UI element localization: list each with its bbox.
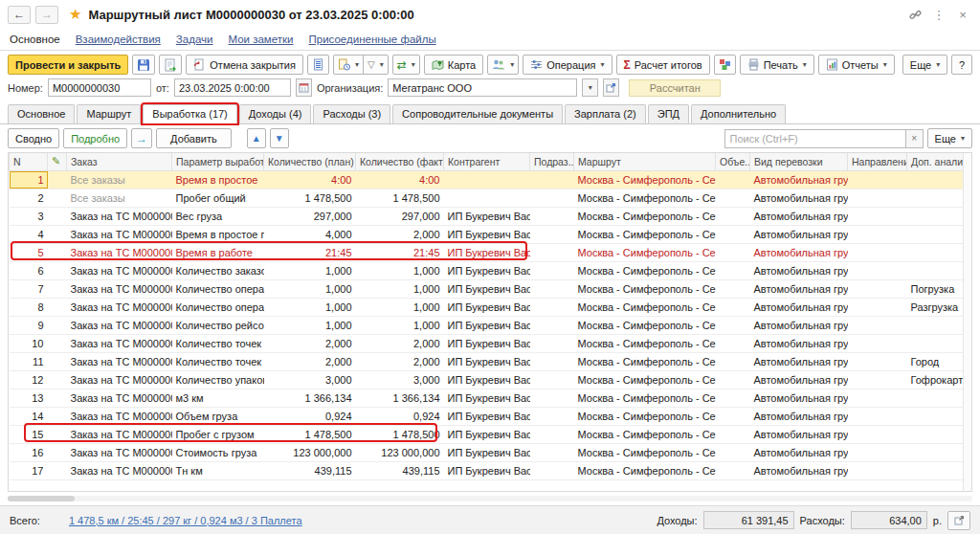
cell-transport[interactable]: Автомобильная грузовая	[750, 225, 848, 243]
table-row[interactable]: 7Заказ на ТС М000000002...Количество опе…	[10, 279, 973, 298]
cell-fact[interactable]: 0,924	[356, 407, 444, 425]
cell-vol[interactable]	[716, 207, 750, 225]
cell-edit[interactable]	[48, 225, 67, 243]
cell-plan[interactable]: 297,000	[264, 207, 356, 225]
cell-fact[interactable]: 2,000	[356, 352, 444, 370]
cell-order[interactable]: Все заказы	[67, 189, 172, 207]
cell-subdiv[interactable]	[530, 279, 574, 298]
cell-transport[interactable]: Автомобильная грузовая	[750, 425, 848, 443]
cell-transport[interactable]: Автомобильная грузовая	[750, 461, 848, 479]
cell-dir[interactable]	[848, 279, 907, 298]
cell-n[interactable]: 14	[10, 407, 48, 425]
table-row[interactable]: 10Заказ на ТС М000000002...Количество то…	[10, 334, 973, 352]
cell-param[interactable]: Тн км	[172, 461, 264, 479]
posting-info-dropdown[interactable]: ▾	[333, 55, 364, 75]
cell-param[interactable]: м3 км	[172, 389, 264, 407]
nav-section-3[interactable]: Мои заметки	[228, 33, 293, 45]
cell-param[interactable]: Количество точек п...	[172, 352, 264, 370]
cell-edit[interactable]	[48, 425, 67, 443]
cell-vol[interactable]	[716, 461, 750, 479]
cell-order[interactable]: Заказ на ТС М000000002...	[67, 389, 172, 407]
col-header-fact[interactable]: Количество (факт)	[356, 153, 444, 170]
cell-edit[interactable]	[48, 334, 67, 352]
cell-contr[interactable]: ИП Букревич Васил...	[444, 407, 530, 425]
operation-dropdown[interactable]: Операция ▾	[523, 55, 612, 75]
cell-order[interactable]: Заказ на ТС М000000002...	[67, 334, 172, 352]
cell-param[interactable]: Вес груза	[172, 207, 264, 225]
cell-subdiv[interactable]	[530, 225, 574, 243]
cell-transport[interactable]: Автомобильная грузовая	[750, 261, 848, 279]
table-row[interactable]: 15Заказ на ТС М000000002...Пробег с груз…	[10, 425, 973, 443]
cell-order[interactable]: Заказ на ТС М000000002...	[67, 207, 172, 225]
cell-fact[interactable]: 1 478,500	[356, 425, 444, 443]
cell-plan[interactable]: 4:00	[264, 170, 356, 189]
cell-contr[interactable]: ИП Букревич Васил...	[444, 425, 530, 443]
back-button[interactable]: ←	[8, 6, 31, 24]
table-row[interactable]: 9Заказ на ТС М000000002...Количество рей…	[10, 316, 973, 334]
col-header-order[interactable]: Заказ	[67, 153, 172, 170]
cell-param[interactable]: Пробег общий	[172, 189, 264, 207]
cell-vol[interactable]	[716, 170, 750, 189]
table-row[interactable]: 1Все заказыВремя в простое4:004:00Москва…	[10, 170, 973, 189]
cell-plan[interactable]: 3,000	[264, 370, 356, 389]
cell-n[interactable]: 10	[10, 334, 48, 352]
cell-transport[interactable]: Автомобильная грузовая	[750, 389, 848, 407]
expense-field[interactable]	[851, 511, 927, 529]
organization-field[interactable]	[388, 78, 577, 97]
cell-n[interactable]: 5	[10, 243, 48, 261]
cell-dir[interactable]	[848, 243, 907, 261]
cell-route[interactable]: Москва - Симферополь - Севастополь	[574, 389, 716, 407]
cell-contr[interactable]: ИП Букревич Васил...	[444, 261, 530, 279]
calendar-icon[interactable]	[296, 78, 312, 97]
cell-order[interactable]: Заказ на ТС М000000002...	[67, 370, 172, 389]
open-totals-icon[interactable]	[947, 511, 970, 530]
tab-4[interactable]: Расходы (3)	[313, 104, 390, 123]
cell-vol[interactable]	[716, 261, 750, 279]
cell-plan[interactable]: 1,000	[264, 298, 356, 316]
cell-dir[interactable]	[848, 261, 907, 279]
cell-vol[interactable]	[716, 443, 750, 461]
cell-order[interactable]: Заказ на ТС М000000002...	[67, 261, 172, 279]
cell-n[interactable]: 15	[10, 425, 48, 443]
cell-dir[interactable]	[848, 170, 907, 189]
cell-edit[interactable]	[48, 389, 67, 407]
cell-route[interactable]: Москва - Симферополь - Севастополь	[574, 461, 716, 479]
cell-fact[interactable]: 1,000	[356, 298, 444, 316]
cell-plan[interactable]: 1 366,134	[264, 389, 356, 407]
table-row[interactable]: 8Заказ на ТС М000000002...Количество опе…	[10, 298, 973, 316]
cell-param[interactable]: Количество заказов	[172, 261, 264, 279]
cell-contr[interactable]: ИП Букревич Васил...	[444, 352, 530, 370]
cell-subdiv[interactable]	[530, 170, 574, 189]
col-header-n[interactable]: N	[10, 153, 48, 170]
col-header-vol[interactable]: Объе...	[716, 153, 750, 170]
add-row-button[interactable]: Добавить	[156, 128, 232, 148]
cell-order[interactable]: Заказ на ТС М000000002...	[67, 352, 172, 370]
move-up-button[interactable]: ▲	[247, 128, 266, 148]
cell-subdiv[interactable]	[530, 207, 574, 225]
save-button[interactable]	[132, 55, 155, 75]
cell-route[interactable]: Москва - Симферополь - Севастополь	[574, 425, 716, 443]
date-field[interactable]	[174, 78, 291, 97]
col-header-dir[interactable]: Направление ...	[848, 153, 907, 170]
cell-dir[interactable]	[848, 425, 907, 443]
tab-1[interactable]: Маршрут	[77, 104, 141, 123]
cell-dir[interactable]	[848, 316, 907, 334]
cell-route[interactable]: Москва - Симферополь - Севастополь	[574, 334, 716, 352]
cell-contr[interactable]: ИП Букревич Васил...	[444, 225, 530, 243]
cell-transport[interactable]: Автомобильная грузовая	[750, 298, 848, 316]
scrollbar-thumb[interactable]	[8, 496, 75, 501]
cell-fact[interactable]: 297,000	[356, 207, 444, 225]
contact-persons-dropdown[interactable]: ▾	[487, 55, 519, 75]
cell-contr[interactable]: ИП Букревич Васил...	[444, 461, 530, 479]
cell-contr[interactable]: ИП Букревич Васил...	[444, 298, 530, 316]
cell-fact[interactable]: 3,000	[356, 370, 444, 389]
table-row[interactable]: 2Все заказыПробег общий1 478,5001 478,50…	[10, 189, 973, 207]
cell-n[interactable]: 4	[10, 225, 48, 243]
cell-edit[interactable]	[48, 261, 67, 279]
cell-contr[interactable]: ИП Букревич Васил...	[444, 243, 530, 261]
cell-contr[interactable]: ИП Букревич Васил...	[444, 207, 530, 225]
nav-section-2[interactable]: Задачи	[176, 33, 213, 45]
cell-subdiv[interactable]	[530, 261, 574, 279]
cell-transport[interactable]: Автомобильная грузовая	[750, 189, 848, 207]
cell-dir[interactable]	[848, 407, 907, 425]
